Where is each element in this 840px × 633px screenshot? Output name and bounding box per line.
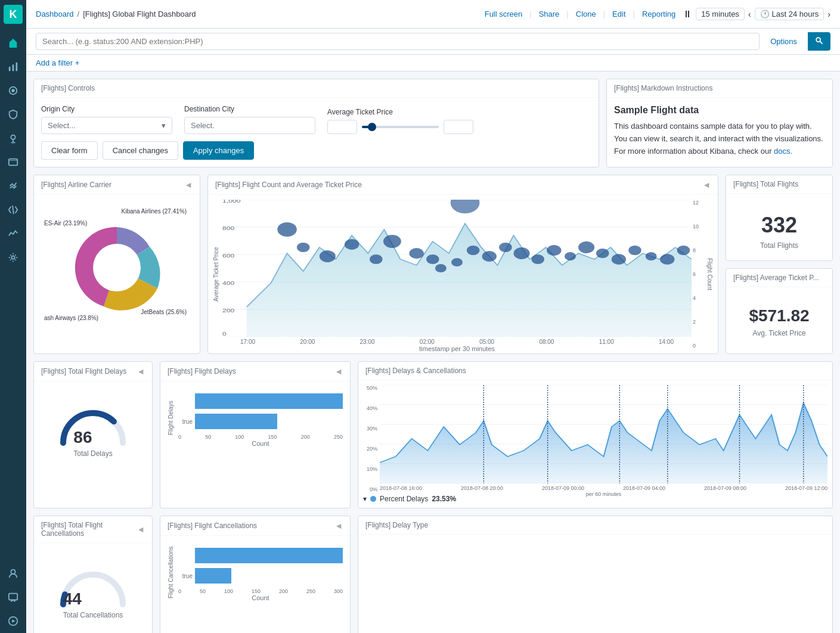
carrier-label-kibana: Kibana Airlines (27.41%) <box>121 208 187 215</box>
sidebar-item-play[interactable] <box>2 610 24 632</box>
sidebar-item-settings[interactable] <box>2 247 24 268</box>
sidebar-item-canvas[interactable] <box>2 151 24 173</box>
delays-gauge-label: Total Delays <box>73 449 112 458</box>
flight-delays-gear-icon[interactable]: ◄ <box>334 367 343 376</box>
markdown-panel: [Flights] Markdown Instructions Sample F… <box>606 79 833 167</box>
x-axis-ticks: 17:00 20:00 23:00 02:00 05:00 08:00 11:0… <box>222 339 692 345</box>
time-controls: ⏸ 15 minutes ‹ 🕐 Last 24 hours › <box>683 8 830 20</box>
interval-display[interactable]: 15 minutes <box>696 8 745 20</box>
markdown-heading: Sample Flight data <box>614 105 825 116</box>
markdown-text: This dashboard contains sample data for … <box>614 120 825 157</box>
delays-cancellations-panel: [Flights] Delays & Cancellations 50%40%3… <box>358 361 833 508</box>
time-next-button[interactable]: › <box>827 10 830 19</box>
search-submit-button[interactable] <box>808 32 830 51</box>
chart-canvas: 1,000 800 600 400 200 0 <box>222 200 692 349</box>
top-row: [Flights] Controls Origin City Select...… <box>33 79 833 167</box>
sidebar-item-ml[interactable] <box>2 175 24 197</box>
time-prev-button[interactable]: ‹ <box>748 10 751 19</box>
cancel-bar-1 <box>195 548 343 563</box>
docs-link[interactable]: docs. <box>774 147 792 156</box>
fullscreen-button[interactable]: Full screen <box>485 10 523 18</box>
breadcrumb-home[interactable]: Dashboard <box>36 10 74 18</box>
donut-svg <box>69 220 165 315</box>
time-range-label: Last 24 hours <box>772 10 819 18</box>
sidebar-item-home[interactable] <box>2 32 24 54</box>
total-cancellations-body: 44 Total Cancellations <box>34 543 152 633</box>
origin-city-chevron-icon: ▾ <box>162 121 166 130</box>
dc-x-label: per 60 minutes <box>380 491 827 497</box>
controls-buttons: Clear form Cancel changes Apply changes <box>41 141 591 160</box>
middle-row: [Flights] Airline Carrier ◄ <box>33 175 833 354</box>
svg-text:200: 200 <box>222 308 234 314</box>
cancellations-gauge-label: Total Cancellations <box>63 611 123 619</box>
pause-icon[interactable]: ⏸ <box>683 9 692 20</box>
cancel-bar-2 <box>195 568 231 584</box>
avg-ticket-header: [Flights] Average Ticket P... <box>726 269 832 287</box>
y-left-label: Average Ticket Price <box>213 200 222 349</box>
breadcrumb: Dashboard / [Flights] Global Flight Dash… <box>36 10 478 18</box>
cancellations-y-label: Flight Cancellations <box>168 543 176 601</box>
svg-point-15 <box>93 244 141 291</box>
dest-city-select[interactable]: Select. <box>184 117 315 134</box>
flight-delays-header: [Flights] Flight Delays ◄ <box>160 362 350 381</box>
legend-toggle-icon[interactable]: ▾ <box>363 495 367 503</box>
flight-count-svg: 1,000 800 600 400 200 0 <box>222 200 692 337</box>
sidebar-item-dev-tools[interactable] <box>2 199 24 221</box>
sidebar-item-monitoring[interactable] <box>2 223 24 244</box>
price-max-input[interactable]: 1196 <box>444 120 473 134</box>
svg-point-37 <box>435 264 447 272</box>
app-logo[interactable]: K <box>4 5 23 24</box>
sidebar-item-maps[interactable] <box>2 128 24 149</box>
total-cancellations-gear-icon[interactable]: ◄ <box>137 525 145 534</box>
sidebar-item-visualize[interactable] <box>2 56 24 77</box>
sidebar-item-user[interactable] <box>2 563 24 584</box>
total-delays-gear-icon[interactable]: ◄ <box>137 367 145 376</box>
controls-panel-header: [Flights] Controls <box>34 79 599 98</box>
add-filter-button[interactable]: Add a filter + <box>36 58 79 67</box>
sidebar-item-help[interactable] <box>2 587 24 608</box>
avg-ticket-value: $571.82 <box>733 306 825 325</box>
price-slider-group: 108 1196 <box>327 120 473 134</box>
clear-form-button[interactable]: Clear form <box>41 141 98 160</box>
flight-count-body: Average Ticket Price <box>208 195 718 353</box>
controls-panel-body: Origin City Select... ▾ Destination City… <box>34 98 599 167</box>
edit-button[interactable]: Edit <box>612 10 625 18</box>
filterbar: Add a filter + <box>26 55 840 72</box>
delays-chart: true 050100150200250 Count <box>178 389 343 447</box>
controls-panel: [Flights] Controls Origin City Select...… <box>33 79 599 167</box>
svg-text:1,000: 1,000 <box>222 200 241 204</box>
delay-bar-row-1 <box>178 393 343 409</box>
carrier-gear-icon[interactable]: ◄ <box>184 180 193 190</box>
total-delays-header: [Flights] Total Flight Delays ◄ <box>34 362 152 381</box>
search-options-button[interactable]: Options <box>764 33 803 49</box>
sidebar-item-security[interactable] <box>2 104 24 125</box>
apply-changes-button[interactable]: Apply changes <box>183 141 254 160</box>
sidebar-item-discover[interactable] <box>2 80 24 101</box>
svg-point-47 <box>578 241 594 253</box>
markdown-panel-header: [Flights] Markdown Instructions <box>607 79 832 98</box>
search-input[interactable] <box>36 33 760 50</box>
time-range-display[interactable]: 🕐 Last 24 hours <box>755 8 824 20</box>
flight-cancellations-gear-icon[interactable]: ◄ <box>334 521 343 530</box>
main-content: Dashboard / [Flights] Global Flight Dash… <box>26 0 840 633</box>
flight-count-gear-icon[interactable]: ◄ <box>702 180 711 190</box>
controls-row: Origin City Select... ▾ Destination City… <box>41 105 591 134</box>
dc-svg <box>380 385 827 483</box>
clone-button[interactable]: Clone <box>576 10 596 18</box>
price-range-slider[interactable] <box>362 126 439 128</box>
delays-cancellations-chart: 50%40%30%20%10%0% <box>363 385 827 492</box>
total-flights-panel: [Flights] Total Flights 332 Total Flight… <box>726 175 833 261</box>
price-min-input[interactable]: 108 <box>327 120 357 134</box>
reporting-button[interactable]: Reporting <box>642 10 675 18</box>
cancellations-x-label: Count <box>178 594 343 601</box>
share-button[interactable]: Share <box>539 10 560 18</box>
cancel-changes-button[interactable]: Cancel changes <box>103 141 178 160</box>
svg-point-49 <box>612 254 626 265</box>
bottom-row-2: [Flights] Total Flight Cancellations ◄ 4… <box>33 516 833 633</box>
avg-price-label: Average Ticket Price <box>327 108 473 116</box>
avg-ticket-title: [Flights] Average Ticket P... <box>733 274 819 282</box>
svg-text:600: 600 <box>222 253 234 259</box>
svg-marker-60 <box>380 403 827 483</box>
delay-bar-2 <box>195 414 277 429</box>
origin-city-select[interactable]: Select... ▾ <box>41 117 172 134</box>
